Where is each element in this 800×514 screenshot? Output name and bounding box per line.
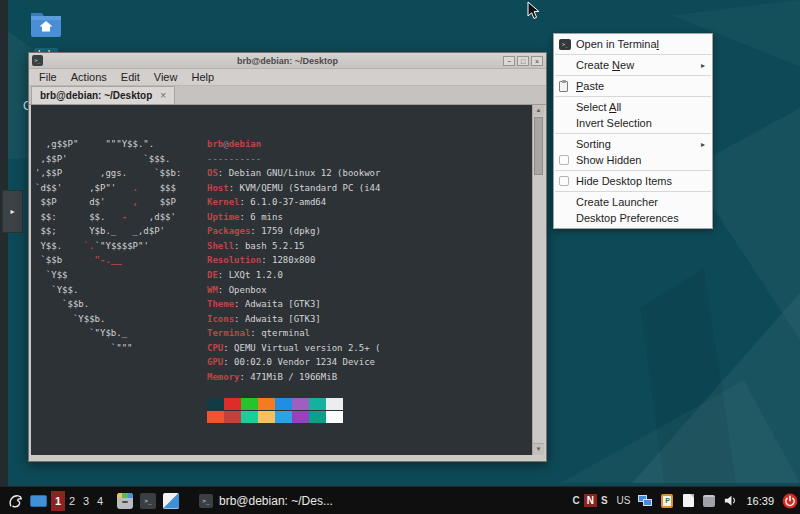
art-line: ',$$P ,ggs. `$$b: <box>35 166 207 181</box>
submenu-arrow-icon: ▸ <box>701 61 705 70</box>
terminal-window[interactable]: >_ brb@debian: ~/Desktop −□× FileActions… <box>28 52 547 462</box>
art-line: $$: $$. - ,d$$' <box>35 210 207 225</box>
neofetch-header: brb@debian <box>207 137 528 152</box>
volume-icon[interactable] <box>722 493 738 509</box>
art-segment: $$P <box>138 197 176 207</box>
info-value: : Openbox <box>218 285 267 295</box>
menu-item-open-in-terminal[interactable]: >_Open in Terminal <box>554 36 712 52</box>
workspace-switcher: 1234 <box>51 491 107 511</box>
scrollbar-up-icon[interactable]: ▲ <box>533 105 544 116</box>
info-value: : Adwaita [GTK3] <box>234 299 321 309</box>
minimize-button[interactable]: − <box>503 56 515 66</box>
show-desktop-button[interactable] <box>30 495 47 507</box>
menu-item-paste[interactable]: Paste <box>554 78 712 94</box>
removable-media-icon[interactable] <box>701 493 717 509</box>
terminal-scrollbar[interactable]: ▲ ▼ <box>532 105 544 455</box>
info-label: WM <box>207 285 218 295</box>
palette-swatch <box>309 411 326 423</box>
palette-swatch <box>258 411 275 423</box>
neofetch-output: ,g$$P" """Y$$.". ,$$P' `$$$.',$$P ,ggs. … <box>35 137 528 445</box>
info-label: CPU <box>207 343 223 353</box>
terminal-menubar: FileActionsEditViewHelp <box>29 69 546 86</box>
menu-item-hide-desktop-items[interactable]: Hide Desktop Items <box>554 173 712 189</box>
panel-handle-arrow-icon: ▸ <box>10 208 14 216</box>
keyboard-layout-indicator[interactable]: US <box>617 495 631 506</box>
workspace-button-3[interactable]: 3 <box>79 491 93 511</box>
menu-item-show-hidden[interactable]: Show Hidden <box>554 152 712 168</box>
neofetch-info-line: Terminal: qterminal <box>207 326 528 341</box>
scrollbar-thumb[interactable] <box>534 117 543 175</box>
info-value: : 1759 (dpkg) <box>250 226 320 236</box>
menu-item-create-new[interactable]: Create New▸ <box>554 57 712 73</box>
info-label: Memory <box>207 372 240 382</box>
kbd-led-c[interactable]: C <box>571 494 580 507</box>
hidden-panel-handle[interactable]: ▸ <box>2 190 23 233</box>
menubar-item-file[interactable]: File <box>32 71 64 83</box>
notes-icon[interactable] <box>680 493 696 509</box>
terminal-icon: >_ <box>559 39 571 50</box>
file-manager-launcher-icon[interactable] <box>117 493 133 509</box>
checkbox-unchecked <box>559 176 569 186</box>
tab-label: brb@debian: ~/Desktop <box>40 90 152 101</box>
menu-item-create-launcher[interactable]: Create Launcher <box>554 194 712 210</box>
network-icon[interactable] <box>638 493 654 509</box>
menu-item-desktop-preferences[interactable]: Desktop Preferences <box>554 210 712 226</box>
info-value: : 6.1.0-37-amd64 <box>240 197 327 207</box>
clipboard-manager-icon[interactable]: P <box>659 493 675 509</box>
neofetch-info-line: Packages: 1759 (dpkg) <box>207 224 528 239</box>
terminal-launcher-icon[interactable]: >_ <box>140 493 156 509</box>
kbd-led-n[interactable]: N <box>584 494 597 507</box>
app-menu-button[interactable] <box>4 490 26 512</box>
terminal-color-palette <box>207 398 528 424</box>
menubar-item-actions[interactable]: Actions <box>64 71 114 83</box>
info-label: Resolution <box>207 255 261 265</box>
clock[interactable]: 16:39 <box>746 495 774 507</box>
tab-close-icon[interactable]: × <box>160 90 166 101</box>
menubar-item-view[interactable]: View <box>147 71 185 83</box>
scrollbar-down-icon[interactable]: ▼ <box>533 443 544 455</box>
kbd-led-s[interactable]: S <box>600 494 609 507</box>
menu-item-label: Hide Desktop Items <box>576 175 672 187</box>
workspace-button-4[interactable]: 4 <box>93 491 107 511</box>
menubar-item-help[interactable]: Help <box>184 71 221 83</box>
menu-item-invert-selection[interactable]: Invert Selection <box>554 115 712 131</box>
info-value: : KVM/QEMU (Standard PC (i44 <box>229 183 381 193</box>
neofetch-ascii-art: ,g$$P" """Y$$.". ,$$P' `$$$.',$$P ,ggs. … <box>35 137 207 445</box>
palette-row <box>207 411 528 424</box>
menu-item-label: Invert Selection <box>576 117 652 129</box>
terminal-tab[interactable]: brb@debian: ~/Desktop × <box>31 86 175 104</box>
taskbar-window-button[interactable]: >_ brb@debian: ~/Des... <box>193 492 339 510</box>
terminal-content[interactable]: ,g$$P" """Y$$.". ,$$P' `$$$.',$$P ,ggs. … <box>31 105 544 455</box>
neofetch-info-line: DE: LXQt 1.2.0 <box>207 268 528 283</box>
art-line: $$P d$' , $$P <box>35 195 207 210</box>
menu-item-sorting[interactable]: Sorting▸ <box>554 136 712 152</box>
workspace-button-2[interactable]: 2 <box>65 491 79 511</box>
menu-separator <box>555 75 711 76</box>
info-label: Icons <box>207 314 234 324</box>
info-value: : QEMU Virtual version 2.5+ ( <box>223 343 380 353</box>
palette-swatch <box>292 411 309 423</box>
menubar-item-edit[interactable]: Edit <box>114 71 147 83</box>
art-segment: Y$$. <box>35 241 84 251</box>
neofetch-info-line: OS: Debian GNU/Linux 12 (bookwor <box>207 166 528 181</box>
image-viewer-launcher-icon[interactable] <box>163 493 179 509</box>
power-button-icon[interactable] <box>782 493 798 509</box>
close-button[interactable]: × <box>531 56 543 66</box>
art-segment: `"Y$$$$P"' <box>95 241 149 251</box>
menu-item-select-all[interactable]: Select All <box>554 99 712 115</box>
art-segment: `. <box>84 241 95 251</box>
art-segment: ,g$$P" """Y$$.". <box>35 139 154 149</box>
art-line: `Y$$ <box>35 268 207 283</box>
neofetch-info-line: Resolution: 1280x800 <box>207 253 528 268</box>
neofetch-user: brb <box>207 139 223 149</box>
terminal-titlebar[interactable]: >_ brb@debian: ~/Desktop −□× <box>29 53 546 69</box>
maximize-button[interactable]: □ <box>517 56 529 66</box>
palette-swatch <box>326 398 343 410</box>
workspace-button-1[interactable]: 1 <box>51 491 65 511</box>
palette-swatch <box>224 411 241 423</box>
art-line: `""" <box>35 341 207 356</box>
info-value: : Adwaita [GTK3] <box>234 314 321 324</box>
palette-row <box>207 398 528 411</box>
info-label: GPU <box>207 357 223 367</box>
menu-separator <box>555 170 711 171</box>
